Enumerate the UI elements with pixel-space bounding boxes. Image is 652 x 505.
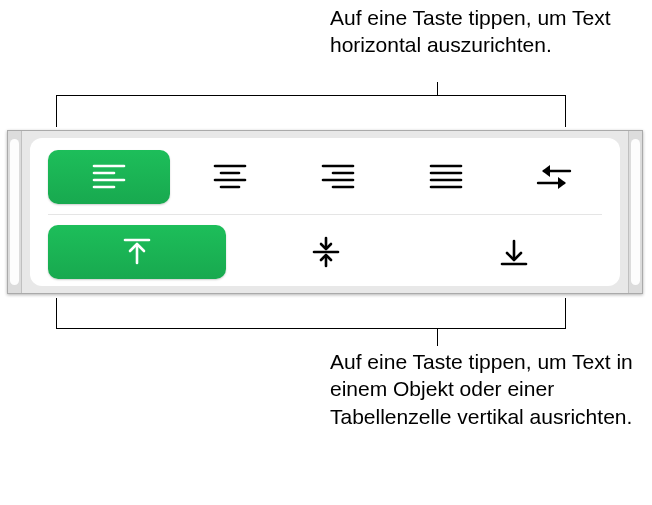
align-justify-icon — [429, 164, 463, 190]
callout-tick — [565, 95, 566, 127]
align-bottom-button[interactable] — [426, 225, 602, 279]
callout-bracket — [56, 328, 566, 329]
scrollbar-thumb[interactable] — [631, 139, 640, 285]
alignment-panel — [7, 130, 643, 294]
callout-bracket — [56, 95, 566, 96]
callout-line — [437, 82, 438, 96]
align-justify-button[interactable] — [398, 150, 494, 204]
callout-vertical-text: Auf eine Taste tippen, um Text in einem … — [330, 348, 652, 430]
callout-tick — [565, 298, 566, 328]
callout-horizontal-text: Auf eine Taste tippen, um Text horizonta… — [330, 4, 652, 59]
text-direction-button[interactable] — [506, 150, 602, 204]
align-center-button[interactable] — [182, 150, 278, 204]
vertical-alignment-row — [48, 225, 602, 279]
align-left-icon — [92, 164, 126, 190]
align-middle-icon — [311, 236, 341, 268]
align-center-icon — [213, 164, 247, 190]
align-top-button[interactable] — [48, 225, 226, 279]
align-top-icon — [122, 237, 152, 267]
align-middle-button[interactable] — [238, 225, 414, 279]
scrollbar-left[interactable] — [8, 131, 22, 293]
scrollbar-thumb[interactable] — [10, 139, 19, 285]
align-right-button[interactable] — [290, 150, 386, 204]
scrollbar-right[interactable] — [628, 131, 642, 293]
text-direction-icon — [536, 163, 572, 191]
align-right-icon — [321, 164, 355, 190]
horizontal-alignment-row — [48, 150, 602, 215]
callout-line — [437, 328, 438, 346]
panel-content — [30, 138, 620, 286]
callout-tick — [56, 95, 57, 127]
align-bottom-icon — [499, 237, 529, 267]
callout-tick — [56, 298, 57, 328]
align-left-button[interactable] — [48, 150, 170, 204]
